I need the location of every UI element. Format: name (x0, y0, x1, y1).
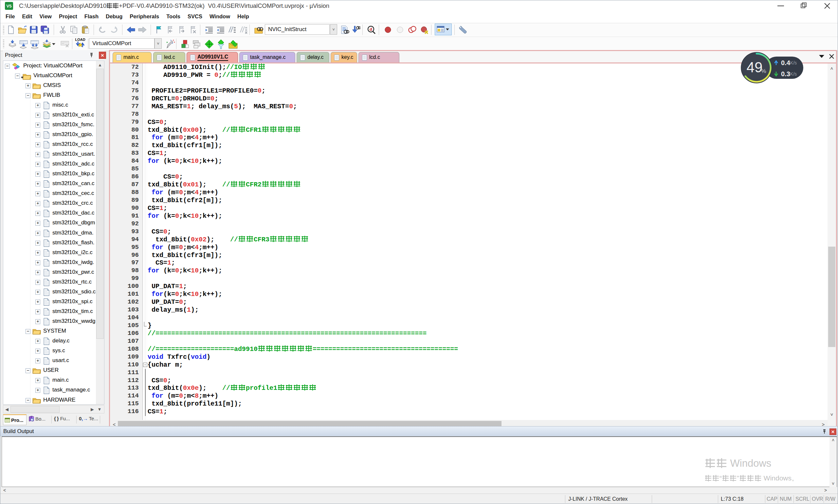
svg-text:d: d (370, 27, 372, 32)
svg-text:49: 49 (747, 59, 763, 75)
svg-text:?: ? (31, 418, 33, 421)
svg-text:LOAD: LOAD (75, 38, 85, 41)
svg-text:%: % (761, 68, 766, 74)
svg-text:V5: V5 (6, 4, 12, 8)
